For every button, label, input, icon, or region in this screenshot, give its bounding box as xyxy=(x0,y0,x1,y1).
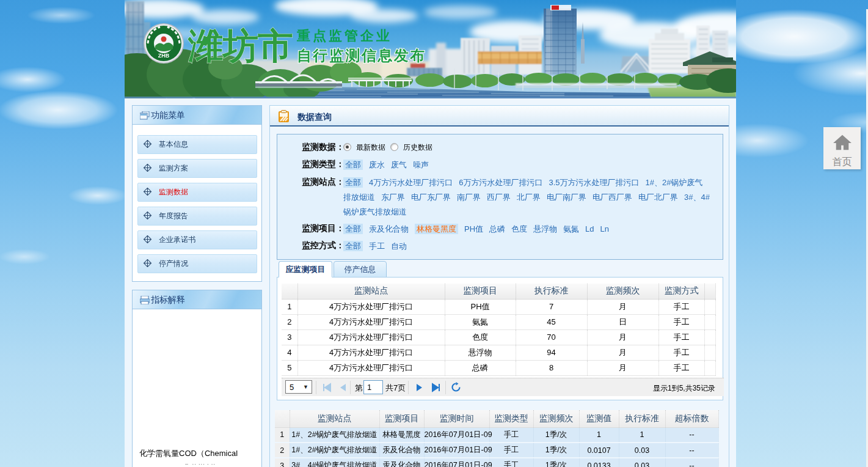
svg-text:潍坊市: 潍坊市 xyxy=(188,26,293,66)
svg-text:重点监管企业: 重点监管企业 xyxy=(296,28,392,43)
svg-text:自行监测信息发布: 自行监测信息发布 xyxy=(297,47,426,64)
svg-text:ZHB: ZHB xyxy=(158,53,170,59)
